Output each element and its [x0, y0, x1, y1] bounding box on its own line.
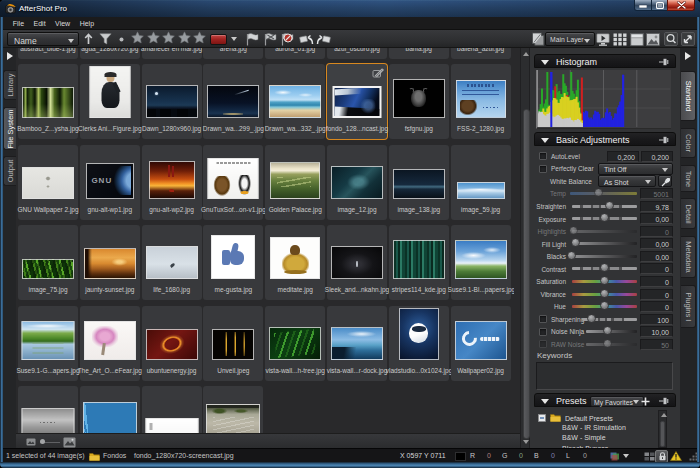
- thumbnail-cell[interactable]: image_75.jpg: [18, 225, 78, 300]
- right-tab-metadata[interactable]: Metadata: [681, 236, 696, 278]
- sharpening-value[interactable]: 100: [640, 314, 673, 325]
- thumbnail-cell[interactable]: Wallpaper02.jpg: [451, 306, 511, 381]
- blacks-slider-track[interactable]: [569, 255, 637, 258]
- collapse-right-panel-icon[interactable]: [685, 52, 691, 60]
- thumbnail-cell[interactable]: arena.jpg: [203, 48, 263, 59]
- color-label-swatch[interactable]: [210, 34, 227, 45]
- perfectly-clear-dropdown[interactable]: Tint Off: [598, 163, 673, 175]
- rotate-right-icon[interactable]: [315, 32, 331, 46]
- noise-ninja-value[interactable]: 10,00: [640, 326, 673, 337]
- raw-noise-slider-handle[interactable]: [603, 339, 612, 348]
- thumbnail-cell[interactable]: aurora_01.jpg: [265, 48, 325, 59]
- menu-view[interactable]: View: [50, 17, 75, 30]
- thumbnail-cell[interactable]: amanecer en mar.jpg: [142, 48, 202, 59]
- white-balance-picker-button[interactable]: [658, 175, 672, 187]
- blacks-value[interactable]: 0,00: [640, 251, 673, 262]
- preset-folder-row[interactable]: Default Presets: [538, 413, 613, 422]
- scrollbar-thumb[interactable]: [660, 421, 665, 447]
- slideshow-icon[interactable]: [595, 32, 611, 46]
- thumbnail-cell[interactable]: GNUgnu-alt-wp1.jpg: [80, 145, 140, 220]
- sharpening-slider-handle[interactable]: [587, 314, 596, 323]
- thumbnail-cell[interactable]: life_1680.jpg: [142, 225, 202, 300]
- thumbnail-cell[interactable]: vista-wall...h-tree.jpg: [265, 306, 325, 381]
- rotate-left-icon[interactable]: [298, 32, 314, 46]
- title-bar[interactable]: AfterShot Pro: [0, 0, 700, 17]
- thumbnail-cell[interactable]: The_Art_O...eFear.jpg: [80, 306, 140, 381]
- keywords-input[interactable]: [536, 362, 673, 390]
- pin-icon[interactable]: [658, 396, 670, 406]
- scrollbar-thumb[interactable]: [523, 109, 530, 439]
- thumbnail-cell[interactable]: GnuTuxSof...on-v1.jpg: [203, 145, 263, 220]
- highlights-slider-handle[interactable]: [569, 226, 578, 235]
- collapse-triangle-icon[interactable]: [541, 399, 549, 404]
- vibrance-slider-handle[interactable]: [600, 289, 609, 298]
- thumbnail-cell[interactable]: Unveil.jpeg: [203, 306, 263, 381]
- layer-dropdown[interactable]: Main Layer: [545, 32, 595, 46]
- thumbnail-cell[interactable]: Suse9.1-G...apers.jpg: [18, 306, 78, 381]
- warning-icon[interactable]: [670, 451, 682, 461]
- thumbnail-cell[interactable]: gnu-alt-wp2.jpg: [142, 145, 202, 220]
- thumbnail-cell[interactable]: FSS-2_1280.jpg: [451, 64, 511, 139]
- thumbnail-cell[interactable]: ballena_azul.jpg: [451, 48, 511, 59]
- flag-reject-icon[interactable]: [279, 32, 295, 46]
- right-tab-color[interactable]: Color: [681, 128, 696, 158]
- autolevel-checkbox[interactable]: [539, 152, 547, 160]
- blacks-slider-handle[interactable]: [567, 251, 576, 260]
- presets-collection-dropdown[interactable]: My Favorites: [590, 396, 644, 407]
- thumbnail-cell[interactable]: ubuntuenergy.jpg: [142, 306, 202, 381]
- thumbnail-cell[interactable]: me-gusta.jpg: [203, 225, 263, 300]
- color-label-dropdown-arrow[interactable]: [231, 37, 237, 41]
- thumbnail-view-icon[interactable]: [612, 32, 628, 46]
- thumbnail-cell-selected[interactable]: fondo_128...ncast.jpg: [327, 64, 387, 139]
- thumbnail-cell[interactable]: vista-wall...r-dock.jpg: [327, 306, 387, 381]
- add-preset-icon[interactable]: [641, 397, 650, 406]
- straighten-slider-handle[interactable]: [605, 201, 614, 210]
- fill-light-slider-track[interactable]: [572, 242, 637, 245]
- thumbnail-cell[interactable]: Clerks Ani...Figure.jpg: [80, 64, 140, 139]
- fill-light-value[interactable]: 0,00: [640, 238, 673, 249]
- star-icon[interactable]: [147, 31, 160, 44]
- highlights-slider-track[interactable]: [572, 230, 637, 233]
- scroll-down-icon[interactable]: [523, 440, 529, 444]
- sort-order-dropdown[interactable]: Name: [7, 32, 79, 46]
- thumbnail-cell[interactable]: Sleek_and...nkahn.jpg: [327, 225, 387, 300]
- thumbnail-cell[interactable]: Suse9.1-Bl...papers.jpg: [451, 225, 511, 300]
- exposure-value[interactable]: 0,00: [640, 213, 673, 224]
- autolevel-high-value[interactable]: 0,200: [641, 151, 673, 162]
- thumbnail-cell[interactable]: vladstudio...0x1024.jpg: [389, 306, 449, 381]
- fill-light-slider-handle[interactable]: [571, 238, 580, 247]
- pin-icon[interactable]: [658, 135, 670, 145]
- thumbnail-cell[interactable]: Drawn_wa...299_.jpg: [203, 64, 263, 139]
- collapse-box-icon[interactable]: [538, 414, 546, 422]
- preset-item[interactable]: B&W - IR Simulation: [562, 424, 626, 431]
- autolevel-low-value[interactable]: 0,200: [607, 151, 639, 162]
- raw-noise-checkbox[interactable]: [539, 340, 547, 348]
- maximize-button[interactable]: [652, 0, 667, 11]
- perfectly-clear-checkbox[interactable]: [539, 165, 547, 173]
- noise-ninja-checkbox[interactable]: [539, 328, 547, 336]
- color-profile-icon[interactable]: [610, 452, 620, 461]
- menu-help[interactable]: Help: [75, 17, 99, 30]
- scroll-up-icon[interactable]: [661, 413, 667, 417]
- star-icon[interactable]: [193, 31, 206, 44]
- thumbnail-cell[interactable]: GNU Wallpaper 2.jpg: [18, 145, 78, 220]
- preset-item[interactable]: B&W - Simple: [562, 434, 606, 441]
- star-icon[interactable]: [131, 31, 144, 44]
- left-tab-library[interactable]: Library: [3, 70, 16, 100]
- large-thumbnails-icon[interactable]: [63, 437, 76, 448]
- thumbnail-cell[interactable]: Dawn_1280x960.jpg: [142, 64, 202, 139]
- vibrance-value[interactable]: 0: [640, 289, 673, 300]
- thumbnail-cell[interactable]: Drawn_wa...332_.jpg: [265, 64, 325, 139]
- presets-scrollbar[interactable]: [658, 410, 667, 448]
- straighten-value[interactable]: 9,78: [640, 201, 673, 212]
- flag-pick-icon[interactable]: [244, 32, 260, 46]
- lock-button[interactable]: [655, 450, 668, 463]
- thumbnail-cell[interactable]: jaunty-sunset.jpg: [80, 225, 140, 300]
- menu-edit[interactable]: Edit: [29, 17, 51, 30]
- star-icon[interactable]: [162, 31, 175, 44]
- temp-slider-track[interactable]: [570, 192, 637, 195]
- temp-value[interactable]: 5001: [640, 188, 673, 199]
- thumbnail-cell[interactable]: image_12.jpg: [327, 145, 387, 220]
- thumbnail-cell[interactable]: meditate.jpg: [265, 225, 325, 300]
- thumbnail-cell[interactable]: Golden Palace.jpg: [265, 145, 325, 220]
